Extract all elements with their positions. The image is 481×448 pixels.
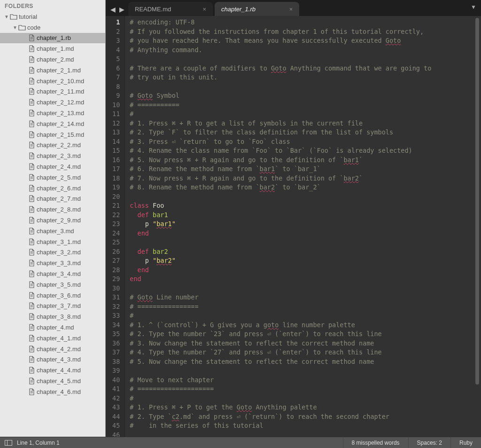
code-line[interactable]: # you have reached here. That means you … <box>130 36 481 46</box>
code-line[interactable]: # 1. ^ (`control`) + G gives you a goto … <box>130 321 481 330</box>
file-row[interactable]: chapter_2_3.md <box>0 150 105 161</box>
code-line[interactable]: # 5. Now change the statement to reflect… <box>130 357 481 367</box>
code-line[interactable]: def bar1 <box>130 211 481 220</box>
code-line[interactable]: # in the series of this tutorial <box>130 421 481 431</box>
code-line[interactable]: # Goto Line number <box>130 293 481 302</box>
code-line[interactable] <box>130 192 481 202</box>
file-row[interactable]: chapter_4_3.md <box>0 354 105 365</box>
nav-back-icon[interactable]: ◀ <box>110 6 116 13</box>
file-row[interactable]: chapter_2_13.md <box>0 108 105 118</box>
code-line[interactable]: # 6. Rename the method name from `bar1` … <box>130 165 481 174</box>
code-line[interactable]: # 3. Press ⏎ `return` to go to `Foo` cla… <box>130 137 481 147</box>
file-row[interactable]: chapter_2_2.md <box>0 140 105 151</box>
file-row[interactable]: chapter_4.md <box>0 322 105 333</box>
code-editor[interactable]: 1234567891011121314151617181920212223242… <box>106 16 481 437</box>
code-line[interactable]: # 4. Rename the class name from `Foo` to… <box>130 146 481 156</box>
code-line[interactable]: # 1. Press ⌘ + R to get a list of symbol… <box>130 119 481 128</box>
code-line[interactable] <box>130 431 481 437</box>
tab-close-icon[interactable]: × <box>197 6 206 13</box>
code-line[interactable]: end <box>130 229 481 238</box>
file-row[interactable]: chapter_4_6.md <box>0 386 105 397</box>
code-line[interactable] <box>130 55 481 64</box>
file-row[interactable]: chapter_2_10.md <box>0 76 105 86</box>
editor-scrollbar[interactable] <box>474 18 480 435</box>
code-line[interactable]: # <box>130 311 481 321</box>
file-row[interactable]: chapter_2_7.md <box>0 194 105 204</box>
code-line[interactable]: # 8. Rename the method name from `bar2` … <box>130 183 481 192</box>
status-indentation[interactable]: Spaces: 2 <box>408 437 450 448</box>
file-row[interactable]: chapter_1.md <box>0 43 105 54</box>
code-line[interactable]: # Anything command. <box>130 46 481 55</box>
file-row[interactable]: chapter_4_2.md <box>0 344 105 354</box>
code-line[interactable]: # 1. Press ⌘ + P to get the Goto Anythin… <box>130 403 481 412</box>
folder-tree[interactable]: ▼tutorial▼codechapter_1.rbchapter_1.mdch… <box>0 11 105 437</box>
code-line[interactable]: # 2. Type the number `23` and press ⏎ (`… <box>130 330 481 339</box>
code-line[interactable] <box>130 284 481 293</box>
disclosure-triangle-icon[interactable]: ▼ <box>12 25 18 30</box>
code-line[interactable]: # ================ <box>130 302 481 312</box>
file-row[interactable]: chapter_2_5.md <box>0 172 105 183</box>
file-row[interactable]: chapter_3_5.md <box>0 279 105 290</box>
file-row[interactable]: chapter_2_11.md <box>0 86 105 97</box>
nav-forward-icon[interactable]: ▶ <box>119 6 124 13</box>
code-line[interactable]: class Foo <box>130 201 481 211</box>
file-row[interactable]: chapter_3_7.md <box>0 301 105 312</box>
code-line[interactable]: # 3. Now change the statement to reflect… <box>130 339 481 348</box>
code-line[interactable] <box>130 238 481 247</box>
code-line[interactable]: # try out in this unit. <box>130 73 481 82</box>
code-line[interactable]: # If you followed the instructions from … <box>130 27 481 37</box>
code-line[interactable]: # <box>130 394 481 403</box>
file-row[interactable]: chapter_2_15.md <box>0 129 105 140</box>
file-row[interactable]: chapter_2_4.md <box>0 161 105 172</box>
file-row[interactable]: chapter_3_3.md <box>0 258 105 268</box>
code-line[interactable]: end <box>130 266 481 275</box>
code-line[interactable]: p "bar1" <box>130 220 481 229</box>
folder-row[interactable]: ▼code <box>0 22 105 33</box>
file-row[interactable]: chapter_2.md <box>0 54 105 65</box>
file-row[interactable]: chapter_3_4.md <box>0 268 105 279</box>
editor-scroll-thumb[interactable] <box>475 18 479 385</box>
folder-row[interactable]: ▼tutorial <box>0 11 105 22</box>
tab-close-icon[interactable]: × <box>283 6 293 13</box>
code-line[interactable]: # Move to next chapter <box>130 376 481 385</box>
file-row[interactable]: chapter_2_12.md <box>0 97 105 108</box>
file-row[interactable]: chapter_2_8.md <box>0 204 105 215</box>
file-row[interactable]: chapter_3_2.md <box>0 247 105 258</box>
panel-toggle-icon[interactable] <box>5 440 12 446</box>
code-line[interactable]: # 4. Type the number `27` and press ⏎ (`… <box>130 348 481 357</box>
file-row[interactable]: chapter_3.md <box>0 226 105 236</box>
file-row[interactable]: chapter_3_1.md <box>0 236 105 247</box>
file-row[interactable]: chapter_2_14.md <box>0 118 105 129</box>
tab[interactable]: README.md× <box>128 2 213 16</box>
code-line[interactable]: end <box>130 275 481 284</box>
tab-overflow-icon[interactable]: ▼ <box>471 4 476 10</box>
code-line[interactable]: # 7. Now press ⌘ + R again and go to the… <box>130 174 481 183</box>
file-row[interactable]: chapter_4_5.md <box>0 376 105 386</box>
status-spellcheck[interactable]: 8 misspelled words <box>343 437 408 448</box>
code-line[interactable] <box>130 82 481 92</box>
code-line[interactable]: # There are a couple of modifiers to Got… <box>130 64 481 73</box>
code-line[interactable]: def bar2 <box>130 247 481 257</box>
code-line[interactable]: # Goto Symbol <box>130 91 481 101</box>
code-line[interactable]: # 2. Type `F` to filter the class defini… <box>130 128 481 137</box>
file-row[interactable]: chapter_1.rb <box>0 33 105 44</box>
status-syntax[interactable]: Ruby <box>450 437 481 448</box>
file-row[interactable]: chapter_2_6.md <box>0 183 105 194</box>
file-row[interactable]: chapter_4_1.md <box>0 333 105 344</box>
file-row[interactable]: chapter_4_4.md <box>0 365 105 376</box>
file-row[interactable]: chapter_3_8.md <box>0 311 105 322</box>
tab[interactable]: chapter_1.rb× <box>215 2 299 16</box>
code-line[interactable]: p "bar2" <box>130 256 481 266</box>
code-line[interactable]: # 5. Now press ⌘ + R again and go to the… <box>130 156 481 165</box>
code-line[interactable]: # =========== <box>130 101 481 110</box>
code-line[interactable]: # 2. Type `c2.md` and press ⏎ (`return`)… <box>130 412 481 422</box>
file-row[interactable]: chapter_2_9.md <box>0 215 105 226</box>
code-line[interactable]: # ==================== <box>130 385 481 394</box>
code-line[interactable]: # encoding: UTF-8 <box>130 18 481 27</box>
file-row[interactable]: chapter_3_6.md <box>0 290 105 301</box>
code-line[interactable]: # <box>130 110 481 119</box>
code-content[interactable]: # encoding: UTF-8# If you followed the i… <box>125 16 481 437</box>
code-line[interactable] <box>130 366 481 376</box>
disclosure-triangle-icon[interactable]: ▼ <box>4 14 9 19</box>
file-row[interactable]: chapter_2_1.md <box>0 65 105 76</box>
